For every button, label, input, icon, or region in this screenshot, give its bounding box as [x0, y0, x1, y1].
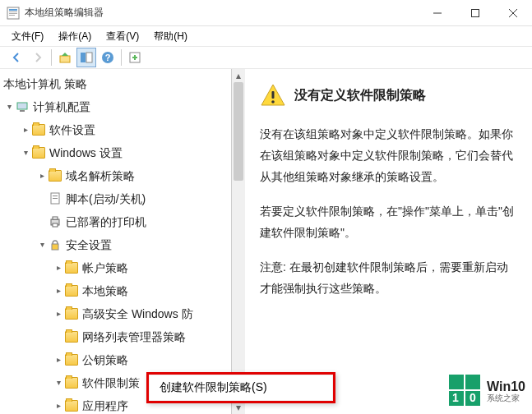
tree-root: 本地计算机 策略 ▾ 计算机配置 ▸ 软件设置 ▾ Windows 设置: [0, 72, 231, 414]
tree-label: 安全设置: [66, 233, 112, 256]
folder-icon: [31, 122, 46, 137]
folder-icon: [64, 375, 79, 390]
tree-label: 计算机配置: [33, 95, 90, 118]
tree-label: 本地策略: [82, 279, 128, 302]
svg-rect-4: [9, 15, 15, 16]
window-title: 本地组策略编辑器: [25, 6, 419, 20]
menu-action[interactable]: 操作(A): [58, 30, 91, 44]
details-title: 没有定义软件限制策略: [294, 82, 426, 108]
forward-button[interactable]: [28, 48, 48, 67]
tree-label: 已部署的打印机: [66, 210, 146, 233]
chevron-right-icon[interactable]: ▸: [20, 118, 31, 141]
chevron-down-icon[interactable]: ▾: [53, 371, 64, 394]
tree-item-deployed-printers[interactable]: 已部署的打印机: [36, 210, 231, 233]
warning-icon: [260, 82, 286, 108]
tree-item-computer-config[interactable]: ▾ 计算机配置: [3, 95, 231, 118]
details-paragraph: 没有在该组策略对象中定义软件限制策略。如果你在该组策略对象中定义软件限制策略，它…: [260, 123, 517, 187]
context-menu-create[interactable]: 创建软件限制策略(S): [150, 375, 332, 400]
svg-rect-9: [60, 56, 70, 62]
svg-rect-3: [9, 13, 17, 14]
close-button[interactable]: [494, 0, 532, 26]
maximize-button[interactable]: [456, 0, 494, 26]
menubar: 文件(F) 操作(A) 查看(V) 帮助(H): [0, 26, 532, 46]
folder-icon: [64, 329, 79, 344]
svg-rect-11: [86, 53, 92, 62]
action-button[interactable]: [125, 48, 145, 67]
chevron-right-icon[interactable]: ▸: [36, 164, 48, 187]
menu-help[interactable]: 帮助(H): [154, 30, 187, 44]
svg-rect-10: [81, 53, 86, 62]
chevron-down-icon[interactable]: ▾: [20, 141, 31, 164]
tree-item-scripts[interactable]: 脚本(启动/关机): [36, 187, 231, 210]
folder-icon: [64, 283, 79, 298]
details-paragraph: 注意: 在最初创建软件限制策略后，需要重新启动才能强制执行这些策略。: [260, 256, 517, 299]
chevron-right-icon[interactable]: ▸: [53, 279, 64, 302]
tree-item-security-settings[interactable]: ▾ 安全设置: [36, 233, 231, 256]
svg-rect-26: [449, 375, 464, 389]
svg-text:?: ?: [105, 53, 111, 62]
menu-view[interactable]: 查看(V): [106, 30, 139, 44]
tree-item-windows-settings[interactable]: ▾ Windows 设置: [20, 141, 231, 164]
lock-icon: [48, 237, 62, 252]
svg-rect-1: [9, 9, 17, 11]
scrollbar-thumb[interactable]: [234, 82, 243, 181]
menu-file[interactable]: 文件(F): [12, 30, 44, 44]
svg-rect-27: [465, 375, 480, 389]
tree-item-root[interactable]: 本地计算机 策略: [3, 72, 231, 95]
window-controls: [419, 0, 532, 26]
script-icon: [48, 191, 62, 206]
content-area: 本地计算机 策略 ▾ 计算机配置 ▸ 软件设置 ▾ Windows 设置: [0, 69, 532, 414]
scroll-up-icon[interactable]: ▴: [232, 69, 245, 82]
tree-label: 应用程序: [82, 394, 128, 414]
tree-item-account-policy[interactable]: ▸ 帐户策略: [53, 256, 231, 279]
computer-icon: [15, 99, 30, 114]
scrollbar-track[interactable]: [232, 82, 245, 401]
svg-rect-16: [20, 110, 25, 112]
chevron-right-icon[interactable]: ▸: [53, 256, 64, 279]
tree-label: 网络列表管理器策略: [82, 325, 186, 348]
tree-label: 本地计算机 策略: [3, 72, 87, 95]
svg-rect-21: [53, 217, 58, 219]
chevron-down-icon[interactable]: ▾: [36, 233, 48, 256]
details-header: 没有定义软件限制策略: [260, 82, 517, 108]
svg-rect-19: [53, 198, 58, 199]
tree-item-network-list[interactable]: 网络列表管理器策略: [53, 325, 231, 348]
svg-rect-24: [272, 91, 275, 99]
printer-icon: [48, 214, 62, 229]
context-menu: 创建软件限制策略(S): [146, 372, 335, 403]
svg-text:0: 0: [470, 391, 476, 404]
tree-scrollbar[interactable]: ▴ ▾: [232, 69, 245, 414]
back-button[interactable]: [7, 48, 26, 67]
up-button[interactable]: [55, 48, 75, 67]
chevron-right-icon[interactable]: ▸: [53, 348, 64, 371]
chevron-right-icon[interactable]: ▸: [53, 394, 64, 414]
toolbar-separator: [51, 49, 52, 66]
app-icon: [7, 7, 20, 20]
tree-item-advanced-windows[interactable]: ▸ 高级安全 Windows 防: [53, 302, 231, 325]
show-hide-button[interactable]: [76, 48, 96, 67]
tree-item-pubkey-policy[interactable]: ▸ 公钥策略: [53, 348, 231, 371]
tree-item-software-settings[interactable]: ▸ 软件设置: [20, 118, 231, 141]
titlebar: 本地组策略编辑器: [0, 0, 532, 26]
tree-label: 脚本(启动/关机): [66, 187, 146, 210]
toolbar-separator: [121, 49, 122, 66]
tree-label: 帐户策略: [82, 256, 128, 279]
svg-point-25: [271, 100, 275, 104]
tree-item-dns-policy[interactable]: ▸ 域名解析策略: [36, 164, 231, 187]
tree-label: 软件限制策: [82, 371, 140, 394]
svg-rect-23: [52, 244, 58, 250]
chevron-down-icon[interactable]: ▾: [3, 95, 15, 118]
svg-rect-15: [17, 103, 27, 109]
watermark-sub: 系统之家: [487, 393, 525, 402]
watermark-logo: 1 0: [449, 375, 482, 407]
minimize-button[interactable]: [419, 0, 456, 26]
svg-rect-18: [53, 196, 58, 196]
watermark: 1 0 Win10 系统之家: [449, 375, 525, 407]
chevron-right-icon[interactable]: ▸: [53, 302, 64, 325]
tree-item-local-policy[interactable]: ▸ 本地策略: [53, 279, 231, 302]
svg-rect-6: [472, 9, 479, 16]
help-button[interactable]: ?: [98, 48, 118, 67]
details-panel: 没有定义软件限制策略 没有在该组策略对象中定义软件限制策略。如果你在该组策略对象…: [245, 69, 532, 414]
folder-icon: [64, 398, 79, 413]
details-body: 没有在该组策略对象中定义软件限制策略。如果你在该组策略对象中定义软件限制策略，它…: [260, 123, 517, 299]
